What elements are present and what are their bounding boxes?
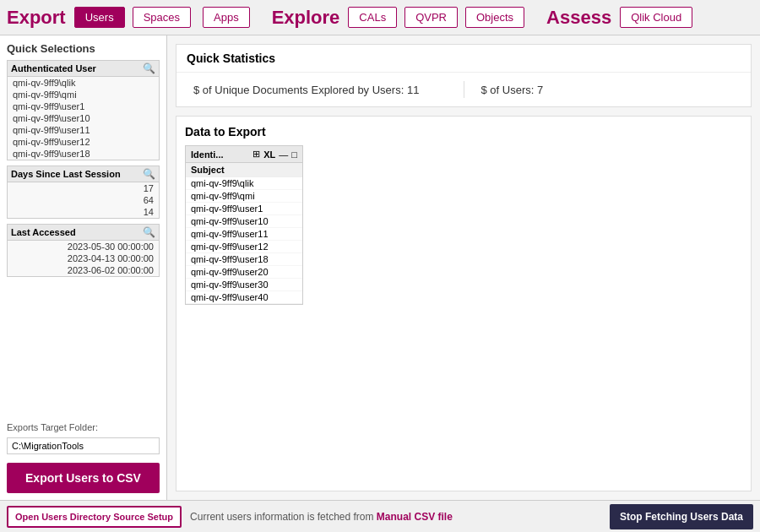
table-row[interactable]: qmi-qv-9ff9\user11: [186, 228, 302, 241]
quick-stats-box: Quick Statistics $ of Unique Documents E…: [176, 44, 752, 107]
auth-user-item[interactable]: qmi-qv-9ff9\user11: [8, 124, 159, 136]
nav-btn-cals[interactable]: CALs: [348, 7, 397, 28]
days-search-icon[interactable]: 🔍: [143, 168, 155, 180]
exports-folder-input[interactable]: [7, 437, 160, 454]
days-value[interactable]: 14: [8, 206, 159, 218]
days-since-label: Days Since Last Session: [11, 169, 121, 179]
header: Export Users Spaces Apps Explore CALs QV…: [0, 0, 760, 35]
days-value[interactable]: 64: [8, 194, 159, 206]
nav-btn-qvpr[interactable]: QVPR: [404, 7, 458, 28]
main-layout: Quick Selections Authenticated User 🔍 qm…: [0, 35, 760, 500]
last-accessed-dates: 2023-05-30 00:00:002023-04-13 00:00:0020…: [8, 241, 159, 276]
left-panel: Quick Selections Authenticated User 🔍 qm…: [0, 35, 167, 500]
table-row[interactable]: qmi-qv-9ff9\qlik: [186, 177, 302, 190]
nav-btn-qlik-cloud[interactable]: Qlik Cloud: [620, 7, 692, 28]
days-since-values: 176414: [8, 182, 159, 218]
table-row[interactable]: qmi-qv-9ff9\user10: [186, 215, 302, 228]
table-row[interactable]: qmi-qv-9ff9\user20: [186, 266, 302, 279]
right-panel: Quick Statistics $ of Unique Documents E…: [167, 35, 760, 500]
days-value[interactable]: 17: [8, 182, 159, 194]
stat-users: $ of Users: 7: [481, 84, 735, 96]
stat-divider: [464, 81, 464, 98]
last-accessed-header: Last Accessed 🔍: [8, 225, 159, 241]
nav-btn-spaces[interactable]: Spaces: [133, 7, 191, 28]
nav-btn-users[interactable]: Users: [74, 7, 125, 28]
nav-btn-apps[interactable]: Apps: [203, 7, 250, 28]
copy-icon[interactable]: ⊞: [252, 149, 260, 160]
footer-info-prefix: Current users information is fetched fro…: [190, 511, 377, 523]
last-accessed-search-icon[interactable]: 🔍: [143, 226, 155, 238]
table-sub-header: Subject: [186, 163, 302, 177]
quick-stats-content: $ of Unique Documents Explored by Users:…: [176, 73, 751, 106]
last-accessed-box: Last Accessed 🔍 2023-05-30 00:00:002023-…: [7, 224, 160, 277]
table-row[interactable]: qmi-qv-9ff9\user1: [186, 203, 302, 215]
auth-user-item[interactable]: qmi-qv-9ff9\user12: [8, 136, 159, 148]
last-accessed-date[interactable]: 2023-06-02 00:00:00: [8, 264, 159, 276]
export-label: Export: [7, 7, 66, 29]
xl-icon[interactable]: XL: [263, 149, 275, 160]
quick-selections-title: Quick Selections: [7, 42, 160, 55]
days-since-header: Days Since Last Session 🔍: [8, 166, 159, 182]
footer: Open Users Directory Source Setup Curren…: [0, 500, 760, 532]
export-users-btn[interactable]: Export Users to CSV: [7, 463, 160, 493]
table-row[interactable]: qmi-qv-9ff9\user12: [186, 241, 302, 253]
auth-user-search-icon[interactable]: 🔍: [143, 62, 155, 74]
exports-target-label: Exports Target Folder:: [7, 422, 160, 432]
nav-btn-objects[interactable]: Objects: [465, 7, 524, 28]
last-accessed-date[interactable]: 2023-05-30 00:00:00: [8, 241, 159, 252]
auth-user-items: qmi-qv-9ff9\qlikqmi-qv-9ff9\qmiqmi-qv-9f…: [8, 77, 159, 160]
authenticated-user-label: Authenticated User: [11, 63, 96, 73]
auth-user-item[interactable]: qmi-qv-9ff9\user1: [8, 100, 159, 112]
authenticated-user-box: Authenticated User 🔍 qmi-qv-9ff9\qlikqmi…: [7, 60, 160, 160]
auth-user-item[interactable]: qmi-qv-9ff9\qmi: [8, 89, 159, 100]
assess-label: Assess: [546, 7, 611, 29]
data-export-title: Data to Export: [185, 125, 742, 138]
explore-label: Explore: [272, 7, 340, 29]
auth-user-item[interactable]: qmi-qv-9ff9\user18: [8, 148, 159, 160]
open-users-btn[interactable]: Open Users Directory Source Setup: [7, 506, 182, 528]
authenticated-user-header: Authenticated User 🔍: [8, 61, 159, 77]
table-row[interactable]: qmi-qv-9ff9\qmi: [186, 190, 302, 203]
table-header-row: Identi... ⊞ XL — □: [186, 146, 302, 163]
table-container: Identi... ⊞ XL — □ Subject qmi-qv-9ff9\q…: [185, 145, 303, 305]
footer-info-link[interactable]: Manual CSV file: [377, 511, 453, 523]
table-row[interactable]: qmi-qv-9ff9\user30: [186, 279, 302, 291]
stat-unique-docs: $ of Unique Documents Explored by Users:…: [193, 84, 447, 96]
square-icon[interactable]: □: [291, 149, 297, 160]
quick-stats-title: Quick Statistics: [176, 45, 751, 73]
table-row[interactable]: qmi-qv-9ff9\user18: [186, 253, 302, 266]
auth-user-item[interactable]: qmi-qv-9ff9\qlik: [8, 77, 159, 89]
data-export-box: Data to Export Identi... ⊞ XL — □ Subjec…: [176, 116, 752, 491]
last-accessed-date[interactable]: 2023-04-13 00:00:00: [8, 252, 159, 264]
table-rows: qmi-qv-9ff9\qlikqmi-qv-9ff9\qmiqmi-qv-9f…: [186, 177, 302, 304]
auth-user-item[interactable]: qmi-qv-9ff9\user10: [8, 112, 159, 124]
table-row[interactable]: qmi-qv-9ff9\user40: [186, 291, 302, 304]
dash-icon[interactable]: —: [279, 149, 288, 160]
footer-info: Current users information is fetched fro…: [190, 511, 601, 523]
last-accessed-label: Last Accessed: [11, 227, 76, 237]
stop-fetching-btn[interactable]: Stop Fetching Users Data: [610, 504, 753, 529]
days-since-box: Days Since Last Session 🔍 176414: [7, 166, 160, 219]
table-col-label: Identi...: [191, 149, 249, 160]
